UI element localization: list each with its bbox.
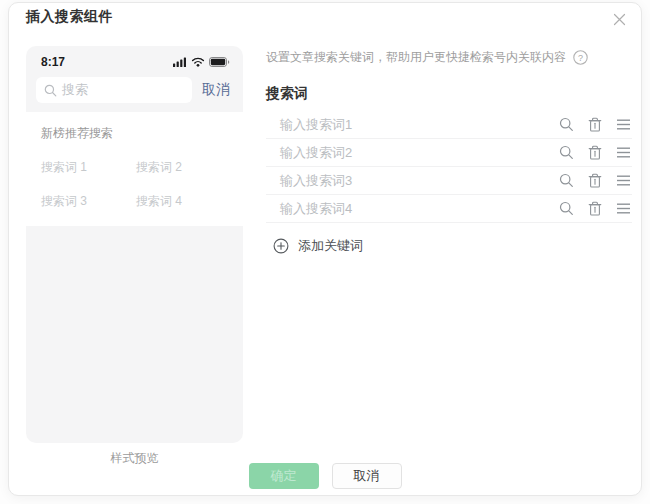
cancel-button[interactable]: 取消	[332, 463, 402, 489]
close-icon[interactable]	[610, 10, 628, 28]
phone-style-preview: 8:17 搜索 取消 新榜推荐搜索 搜索词 1 搜索词 2 搜索词 3 搜索词 …	[26, 46, 243, 443]
keyword-input[interactable]: 输入搜索词2	[266, 144, 559, 162]
recommend-section-title: 新榜推荐搜索	[41, 125, 228, 142]
phone-search-row: 搜索 取消	[26, 74, 243, 112]
keyword-row: 输入搜索词4	[266, 195, 632, 223]
delete-icon[interactable]	[588, 201, 602, 216]
search-keyword-settings: 设置文章搜索关键词，帮助用户更快捷检索号内关联内容 ? 搜索词 输入搜索词1 输…	[266, 49, 632, 255]
svg-text:?: ?	[578, 53, 583, 63]
recommend-terms-grid: 搜索词 1 搜索词 2 搜索词 3 搜索词 4	[41, 159, 228, 210]
settings-description: 设置文章搜索关键词，帮助用户更快捷检索号内关联内容 ?	[266, 49, 632, 66]
recommend-search-card: 新榜推荐搜索 搜索词 1 搜索词 2 搜索词 3 搜索词 4	[26, 112, 243, 226]
delete-icon[interactable]	[588, 117, 602, 132]
dialog-title: 插入搜索组件	[26, 8, 113, 26]
search-term: 搜索词 2	[136, 159, 228, 176]
phone-clock: 8:17	[41, 55, 65, 69]
keyword-row: 输入搜索词1	[266, 111, 632, 139]
dialog-footer: 确定 取消	[9, 463, 641, 489]
battery-icon	[209, 57, 230, 67]
cellular-signal-icon	[173, 57, 187, 67]
search-icon[interactable]	[559, 145, 574, 160]
phone-cancel-link[interactable]: 取消	[192, 81, 233, 99]
phone-search-placeholder: 搜索	[62, 81, 88, 99]
help-icon[interactable]: ?	[573, 50, 588, 65]
settings-description-text: 设置文章搜索关键词，帮助用户更快捷检索号内关联内容	[266, 49, 566, 66]
drag-handle-icon[interactable]	[616, 119, 631, 130]
keyword-list: 输入搜索词1 输入搜索词2 输入搜索词3	[266, 111, 632, 223]
phone-status-bar: 8:17	[26, 46, 243, 74]
search-icon	[44, 84, 57, 97]
keywords-section-title: 搜索词	[266, 85, 632, 103]
plus-circle-icon	[273, 238, 289, 254]
insert-search-component-dialog: 插入搜索组件 8:17 搜索 取消 新榜推荐搜索 搜索词 1 搜索词 2	[8, 2, 642, 496]
drag-handle-icon[interactable]	[616, 147, 631, 158]
keyword-input[interactable]: 输入搜索词1	[266, 116, 559, 134]
keyword-row: 输入搜索词3	[266, 167, 632, 195]
keyword-row: 输入搜索词2	[266, 139, 632, 167]
search-term: 搜索词 4	[136, 193, 228, 210]
drag-handle-icon[interactable]	[616, 203, 631, 214]
add-keyword-button[interactable]: 添加关键词	[266, 237, 632, 255]
delete-icon[interactable]	[588, 145, 602, 160]
phone-search-input[interactable]: 搜索	[36, 77, 192, 103]
confirm-button[interactable]: 确定	[249, 463, 319, 489]
search-icon[interactable]	[559, 201, 574, 216]
keyword-input[interactable]: 输入搜索词4	[266, 200, 559, 218]
delete-icon[interactable]	[588, 173, 602, 188]
search-icon[interactable]	[559, 173, 574, 188]
drag-handle-icon[interactable]	[616, 175, 631, 186]
search-icon[interactable]	[559, 117, 574, 132]
wifi-icon	[191, 57, 205, 67]
add-keyword-label: 添加关键词	[298, 237, 363, 255]
search-term: 搜索词 3	[41, 193, 136, 210]
keyword-input[interactable]: 输入搜索词3	[266, 172, 559, 190]
search-term: 搜索词 1	[41, 159, 136, 176]
